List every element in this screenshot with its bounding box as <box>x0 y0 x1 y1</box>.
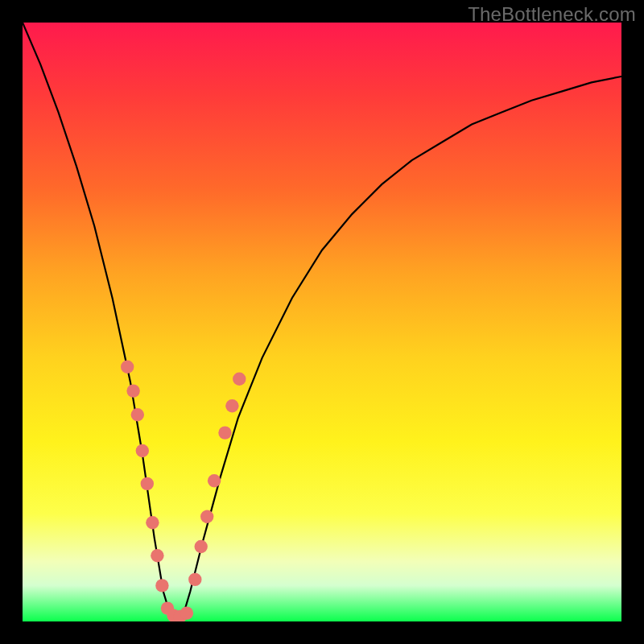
curve-marker <box>200 510 213 523</box>
curve-marker <box>155 579 168 592</box>
curve-marker <box>136 444 149 457</box>
bottleneck-curve <box>23 23 621 621</box>
curve-marker <box>151 549 163 562</box>
curve-marker <box>208 474 221 487</box>
curve-marker <box>195 540 208 553</box>
curve-marker <box>180 606 193 619</box>
curve-markers <box>121 361 246 621</box>
curve-marker <box>131 408 144 421</box>
curve-marker <box>233 373 246 386</box>
watermark-text: TheBottleneck.com <box>468 3 636 26</box>
curve-marker <box>146 516 159 529</box>
curve-marker <box>225 399 238 412</box>
curve-marker <box>126 384 139 397</box>
curve-marker <box>218 426 231 439</box>
curve-marker <box>121 361 134 374</box>
chart-svg <box>23 23 621 621</box>
curve-marker <box>141 477 154 490</box>
curve-marker <box>188 573 201 586</box>
chart-frame: TheBottleneck.com <box>0 0 644 644</box>
plot-area <box>23 23 621 621</box>
